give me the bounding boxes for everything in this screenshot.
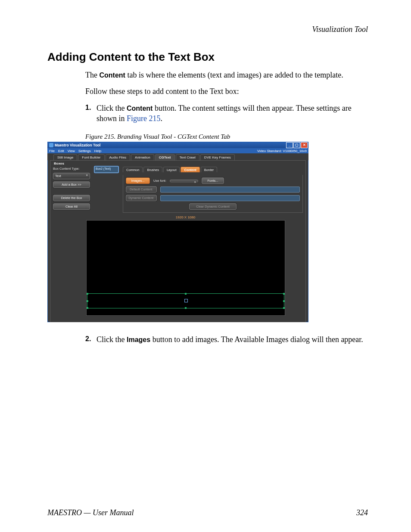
clear-all-button[interactable]: Clear All [53,203,90,210]
text-dropdown[interactable]: Text [53,173,90,179]
resize-handle-r[interactable] [283,300,285,302]
resize-handle-tl[interactable] [87,293,88,295]
titlebar: Maestro Visualization Tool _ ▢ ✕ [47,142,308,148]
menu-settings[interactable]: Settings [78,149,91,153]
clear-dynamic-button[interactable]: Clear Dynamic Content [189,203,237,210]
tab-font-builder[interactable]: Font Builder [78,154,104,160]
minimize-button[interactable]: _ [286,142,293,148]
window-title: Maestro Visualization Tool [55,143,100,147]
figure-link-215[interactable]: Figure 215 [127,114,161,123]
resize-handle-tr[interactable] [283,293,285,295]
tab-cgtext[interactable]: CGText [155,154,175,160]
images-button[interactable]: Images... [126,177,150,184]
sub-tab-border[interactable]: Border [201,167,218,172]
footer-doc-title: MAESTRO — User Manual [47,508,356,517]
dynamic-content-button[interactable]: Dynamic Content: [126,195,157,201]
step-1: 1. Click the Content button. The content… [85,103,368,124]
tab-text-crawl[interactable]: Text Crawl [176,154,199,160]
step-1-bold: Content [127,105,153,112]
running-head: Visualization Tool [47,25,368,34]
resize-handle-br[interactable] [283,307,285,309]
step-2-number: 2. [85,334,91,344]
maximize-button[interactable]: ▢ [293,142,300,148]
step-2-b: button to add images. The Available Imag… [150,335,363,344]
preview-canvas[interactable] [86,220,285,316]
step-2-a: Click the [97,335,127,344]
box-content-type-field[interactable]: Box2 (Text) [94,166,118,173]
intro-text-b: tab is where the elements (text and imag… [125,71,343,79]
intro-bold-content: Content [99,72,125,79]
selection-box[interactable] [87,293,284,308]
step-2: 2. Click the Images button to add images… [85,334,368,345]
canvas-resolution-label: 1920 X 1080 [79,215,292,219]
delete-box-button[interactable]: Delete the Box [53,195,90,201]
page-footer: MAESTRO — User Manual 324 [47,508,368,517]
sub-tabs: Common Brushes Layout Content Border [123,167,303,172]
tab-audio-files[interactable]: Audio Files [106,154,131,160]
resize-handle-t[interactable] [185,293,187,295]
resize-handle-bl[interactable] [87,307,88,309]
sub-tab-content[interactable]: Content [181,167,199,172]
box-content-type-label: Box Content Type: [53,167,80,171]
dynamic-content-field[interactable] [160,195,300,201]
video-standard-label: Video Standard: V1080i50_16x9 [257,149,307,153]
tab-animation[interactable]: Animation [131,154,154,160]
resize-handle-l[interactable] [87,300,88,302]
body-text: The Content tab is where the elements (t… [85,70,368,124]
resize-handle-b[interactable] [185,307,187,309]
sub-tab-brushes[interactable]: Brushes [143,167,162,172]
use-font-label: Use font: [153,179,166,183]
anchor-marker[interactable] [184,299,188,302]
use-font-dropdown[interactable] [170,180,198,182]
fonts-button[interactable]: Fonts... [202,177,224,184]
content-settings: Common Brushes Layout Content Border Ima… [123,167,303,213]
boxes-panel-title: Boxes [54,162,303,165]
cgtext-panel: Boxes Box Content Type: Text Add a Box >… [50,160,306,322]
menu-view[interactable]: View [68,149,75,153]
add-box-button[interactable]: Add a Box >> [53,181,90,188]
intro-text-a: The [85,71,99,79]
tab-dve-key-frames[interactable]: DVE Key Frames [200,154,235,160]
menu-bar: File Edit View Settings Help Video Stand… [47,148,308,153]
section-title: Adding Content to the Text Box [47,50,368,64]
boxes-column: Box Content Type: Text Add a Box >> Dele… [53,167,90,213]
content-sub-panel: Images... Use font: Fonts... Default Con… [123,175,303,213]
main-tabs: Still Image Font Builder Audio Files Ani… [47,153,308,160]
canvas-area: 1920 X 1080 [79,215,292,316]
sub-tab-common[interactable]: Common [123,167,143,172]
close-button[interactable]: ✕ [301,142,308,148]
menu-file[interactable]: File [49,149,55,153]
app-icon [49,143,53,147]
footer-page-number: 324 [356,508,368,517]
default-content-field[interactable] [160,187,300,193]
menu-edit[interactable]: Edit [58,149,64,153]
figure-caption: Figure 215. Branding Visual Tool - CGTex… [85,133,368,140]
tab-still-image[interactable]: Still Image [53,154,77,160]
app-window: Maestro Visualization Tool _ ▢ ✕ File Ed… [47,142,308,322]
default-content-button[interactable]: Default Content: [126,186,157,193]
step-1-a: Click the [97,104,127,112]
intro-p2: Follow these steps to add content to the… [85,86,368,96]
step-1-c: . [161,114,163,123]
sub-tab-layout[interactable]: Layout [163,167,180,172]
step-1-number: 1. [85,103,91,112]
step-2-bold: Images [127,336,150,343]
menu-help[interactable]: Help [94,149,101,153]
